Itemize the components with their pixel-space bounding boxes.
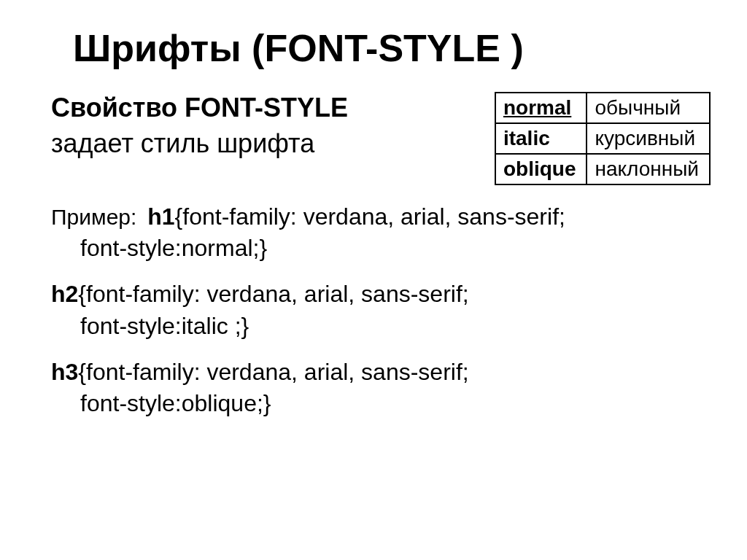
- selector: h1: [147, 203, 174, 230]
- selector: h3: [51, 359, 78, 385]
- rule-line: font-style:normal;}: [80, 235, 267, 261]
- rule-line: font-style:italic ;}: [80, 313, 249, 339]
- slide: Шрифты (FONT-STYLE ) Свойство FONT-STYLE…: [0, 0, 747, 560]
- property-prefix: Свойство: [51, 93, 185, 122]
- property-name: FONT-STYLE: [185, 93, 348, 122]
- property-label: Свойство FONT-STYLE: [51, 93, 348, 122]
- rule-line: {font-family: verdana, arial, sans-serif…: [78, 281, 468, 307]
- table-value-cell: обычный: [587, 93, 710, 123]
- property-desc: задает стиль шрифта: [51, 128, 314, 158]
- example-1: Пример: h1{font-family: verdana, arial, …: [51, 201, 711, 264]
- font-style-table: normal обычный italic курсивный oblique …: [495, 92, 711, 185]
- example-3: h3{font-family: verdana, arial, sans-ser…: [51, 357, 711, 419]
- example-2: h2{font-family: verdana, arial, sans-ser…: [51, 279, 711, 341]
- table-key: normal: [503, 96, 571, 119]
- rule-line: {font-family: verdana, arial, sans-serif…: [78, 359, 468, 385]
- table-value-cell: наклонный: [587, 154, 710, 184]
- rule-line: {font-family: verdana, arial, sans-serif…: [175, 203, 565, 230]
- table-key-cell: normal: [495, 93, 587, 123]
- table-value-cell: курсивный: [587, 123, 710, 154]
- intro-row: Свойство FONT-STYLE задает стиль шрифта …: [51, 90, 711, 185]
- table-row: italic курсивный: [495, 123, 710, 154]
- selector: h2: [51, 281, 78, 307]
- table-row: oblique наклонный: [495, 154, 710, 184]
- intro-text: Свойство FONT-STYLE задает стиль шрифта: [51, 90, 481, 161]
- table-key-cell: italic: [495, 123, 587, 154]
- example-label: Пример:: [51, 205, 136, 229]
- table-row: normal обычный: [495, 93, 710, 123]
- rule-line: font-style:oblique;}: [80, 390, 271, 416]
- slide-title: Шрифты (FONT-STYLE ): [73, 26, 711, 70]
- table-key-cell: oblique: [495, 154, 587, 184]
